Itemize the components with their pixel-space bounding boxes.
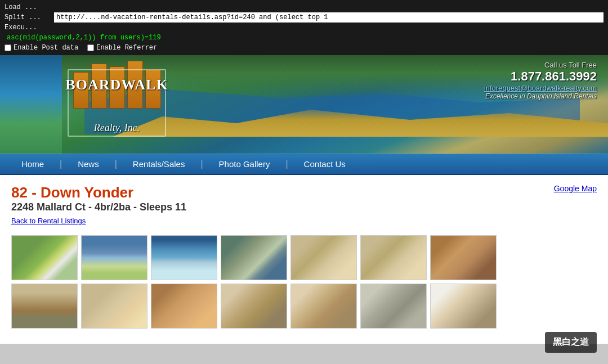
site-header: BOARDWALK Realty, Inc. Call us Toll Free… bbox=[0, 55, 608, 154]
photo-thumb-9[interactable] bbox=[81, 284, 147, 329]
enable-post-label[interactable]: Enable Post data bbox=[5, 44, 78, 52]
phone-number: 1.877.861.3992 bbox=[484, 69, 597, 84]
email-link[interactable]: inforequest@boardwalk-realty.com bbox=[484, 84, 597, 92]
property-header: 82 - Down Yonder 2248 Mallard Ct - 4br/2… bbox=[11, 184, 597, 233]
photo-row-2 bbox=[11, 284, 597, 329]
photo-thumb-11[interactable] bbox=[221, 284, 287, 329]
toolbar-options: Enable Post data Enable Referrer bbox=[5, 42, 603, 53]
load-menu-item[interactable]: Load ... bbox=[5, 2, 50, 12]
website-content: BOARDWALK Realty, Inc. Call us Toll Free… bbox=[0, 55, 608, 344]
photo-thumb-5[interactable] bbox=[290, 235, 357, 280]
header-contact: Call us Toll Free 1.877.861.3992 inforeq… bbox=[484, 61, 597, 100]
logo[interactable]: BOARDWALK Realty, Inc. bbox=[65, 61, 169, 148]
photo-thumb-14[interactable] bbox=[430, 284, 497, 329]
photo-thumb-7[interactable] bbox=[430, 235, 497, 280]
photo-gallery bbox=[11, 235, 597, 329]
nav-rentals-sales[interactable]: Rentals/Sales bbox=[117, 155, 201, 173]
main-content: 82 - Down Yonder 2248 Mallard Ct - 4br/2… bbox=[0, 175, 608, 344]
nav-home[interactable]: Home bbox=[6, 155, 60, 173]
enable-post-checkbox[interactable] bbox=[5, 44, 11, 51]
photo-thumb-1[interactable] bbox=[11, 235, 78, 280]
photo-thumb-8[interactable] bbox=[11, 284, 78, 329]
property-title: 82 - Down Yonder bbox=[11, 184, 186, 201]
navigation-bar: Home | News | Rentals/Sales | Photo Gall… bbox=[0, 154, 608, 175]
enable-referrer-checkbox[interactable] bbox=[87, 44, 94, 51]
nav-contact-us[interactable]: Contact Us bbox=[288, 155, 361, 173]
execu-menu-item[interactable]: Execu... bbox=[5, 23, 50, 33]
photo-thumb-13[interactable] bbox=[360, 284, 427, 329]
toolbar-menu: Load ... Split ... Execu... bbox=[5, 2, 50, 33]
photo-thumb-12[interactable] bbox=[290, 284, 357, 329]
toolbar: Load ... Split ... Execu... http://....n… bbox=[0, 0, 608, 55]
logo-brand-text: BOARDWALK bbox=[65, 77, 169, 93]
enable-referrer-label[interactable]: Enable Referrer bbox=[87, 44, 157, 52]
back-to-listings-link[interactable]: Back to Rental Listings bbox=[11, 217, 86, 225]
url-bar[interactable]: http://....nd-vacation-rentals-details.a… bbox=[54, 12, 603, 23]
photo-thumb-2[interactable] bbox=[81, 235, 147, 280]
photo-thumb-3[interactable] bbox=[151, 235, 217, 280]
photo-thumb-4[interactable] bbox=[221, 235, 287, 280]
injection-text: asc(mid(password,2,1)) from users)=119 bbox=[5, 34, 603, 42]
property-subtitle: 2248 Mallard Ct - 4br/2ba - Sleeps 11 bbox=[11, 201, 186, 213]
photo-row-1 bbox=[11, 235, 597, 280]
photo-thumb-10[interactable] bbox=[151, 284, 217, 329]
header-tagline: Excellence in Dauphin Island Rentals bbox=[484, 92, 597, 100]
nav-news[interactable]: News bbox=[62, 155, 115, 173]
logo-realty-text: Realty, Inc. bbox=[65, 122, 169, 134]
split-menu-item[interactable]: Split ... bbox=[5, 12, 50, 23]
photo-thumb-6[interactable] bbox=[360, 235, 427, 280]
nav-photo-gallery[interactable]: Photo Gallery bbox=[203, 155, 286, 173]
toll-free-label: Call us Toll Free bbox=[484, 61, 597, 69]
google-map-link[interactable]: Google Map bbox=[554, 184, 597, 193]
